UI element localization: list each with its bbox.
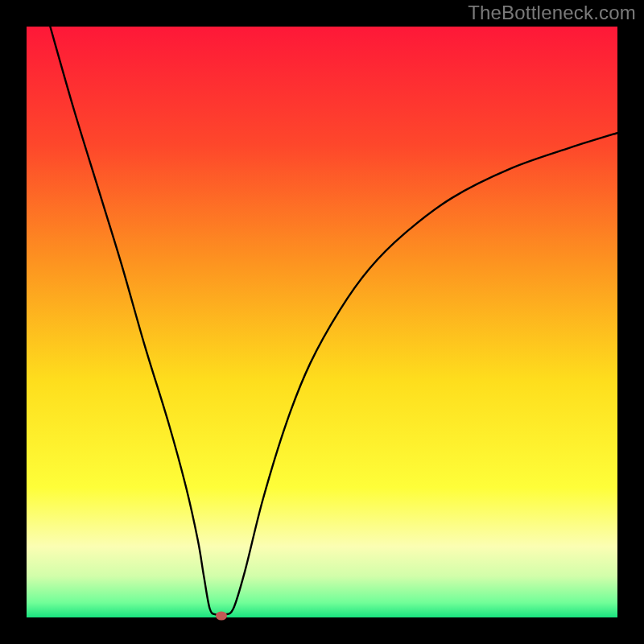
chart-frame: TheBottleneck.com <box>0 0 644 644</box>
optimal-point-marker <box>216 611 227 620</box>
plot-svg <box>27 27 617 617</box>
gradient-background <box>27 27 617 617</box>
plot-area <box>27 27 617 617</box>
watermark-text: TheBottleneck.com <box>468 2 636 24</box>
